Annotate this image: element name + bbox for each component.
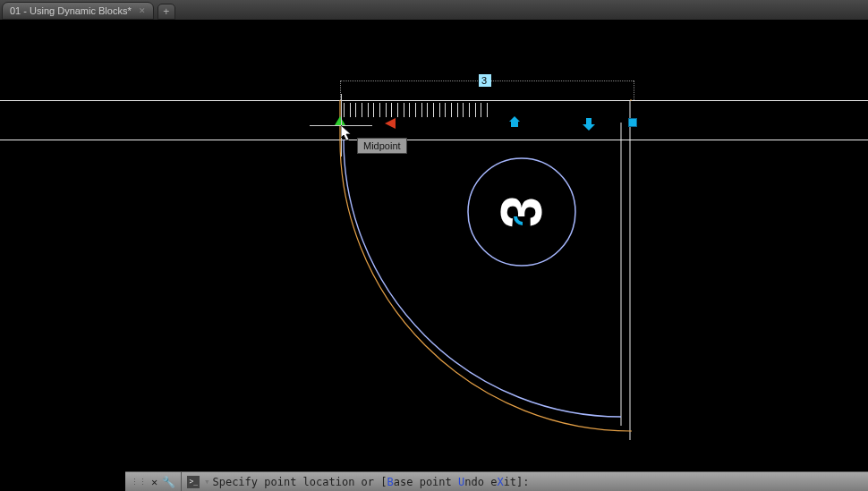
wall-line-bottom (0, 140, 868, 140)
ruler-tick (409, 103, 410, 117)
ruler-tick (391, 103, 392, 117)
geometry-overlay (0, 20, 868, 491)
ruler-tick (355, 103, 356, 117)
ruler-tick (373, 103, 374, 117)
block-text-label: 3 (488, 196, 554, 228)
new-tab-button[interactable]: + (157, 4, 175, 20)
drag-handle-icon[interactable]: ⋮⋮ (131, 478, 147, 487)
ruler-tick (350, 103, 351, 117)
command-prompt[interactable]: >_ ▼ Specify point location or [Base poi… (182, 476, 529, 488)
ruler-tick (362, 103, 362, 117)
command-bar-controls: ⋮⋮ ✕ 🔧 (125, 472, 182, 491)
wall-line-top (0, 100, 868, 101)
ruler-tick (487, 103, 488, 117)
svg-line-2 (621, 426, 630, 440)
dimension-value-input[interactable] (479, 74, 491, 87)
drawing-tab-bar: 01 - Using Dynamic Blocks* ✕ + (0, 0, 868, 20)
ruler-tick (386, 103, 387, 117)
svg-marker-6 (341, 125, 351, 140)
drawing-canvas[interactable]: // Will be generated below via the popul… (0, 20, 868, 471)
ruler-tick (481, 103, 481, 117)
close-tab-icon[interactable]: ✕ (139, 6, 146, 15)
chevron-icon: ▼ (205, 478, 208, 486)
ruler-tick (469, 103, 470, 117)
command-prompt-text: Specify point location or [Base point Un… (212, 476, 529, 488)
ruler-tick (427, 103, 428, 117)
ruler-tick (404, 103, 404, 117)
ruler-tick (415, 103, 416, 117)
basepoint-marker-icon (335, 116, 345, 125)
drawing-tab-active[interactable]: 01 - Using Dynamic Blocks* ✕ (2, 2, 154, 20)
flip-arrow-icon[interactable] (385, 118, 396, 129)
ruler-tick (463, 103, 464, 117)
mouse-cursor-icon (341, 125, 353, 141)
osnap-tooltip: Midpoint (357, 138, 407, 154)
ruler-tick (379, 103, 380, 117)
flip-down-arrow-icon[interactable] (583, 118, 595, 131)
stretch-grip[interactable] (628, 118, 637, 127)
ruler-tick (475, 103, 476, 117)
ruler-tick (439, 103, 440, 117)
ruler-tick (457, 103, 458, 117)
ruler-tick (451, 103, 452, 117)
ruler-tick (445, 103, 446, 117)
ruler-tick (421, 103, 422, 117)
ruler-tick (344, 103, 345, 117)
close-commandline-icon[interactable]: ✕ (149, 476, 159, 488)
command-line-bar[interactable]: ⋮⋮ ✕ 🔧 >_ ▼ Specify point location or [B… (125, 471, 868, 491)
customize-commandline-icon[interactable]: 🔧 (162, 476, 175, 488)
ruler-tick (433, 103, 434, 117)
ruler-tick (368, 103, 369, 117)
dim-ext-right (634, 80, 634, 100)
ruler-tick (397, 103, 398, 117)
drawing-tab-label: 01 - Using Dynamic Blocks* (10, 5, 132, 16)
command-prompt-icon: >_ (187, 476, 200, 488)
lookup-grip-icon[interactable] (509, 116, 520, 127)
